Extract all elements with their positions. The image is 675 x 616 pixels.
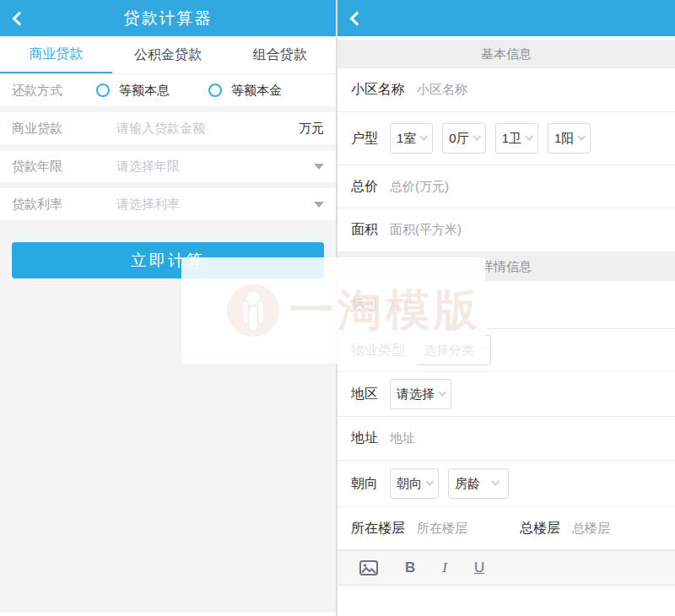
property-form-screen: 基本信息 小区名称 小区名称 户型 1室 0厅 1卫 1阳 bbox=[338, 0, 675, 616]
halls-select-value: 0厅 bbox=[449, 131, 468, 147]
property-type-row: 物业类型 选择分类 bbox=[338, 329, 675, 372]
tab-fund-loan[interactable]: 公积金贷款 bbox=[112, 36, 224, 73]
radio-icon bbox=[96, 84, 110, 97]
loan-amount-input[interactable]: 请输入贷款金额 bbox=[116, 121, 205, 137]
total-price-row: 总价 总价(万元) bbox=[338, 165, 675, 208]
halls-select[interactable]: 0厅 bbox=[442, 123, 485, 154]
chevron-down-icon bbox=[314, 202, 324, 208]
loan-years-select[interactable]: 请选择年限 bbox=[116, 159, 180, 175]
orientation-row: 朝向 朝向 房龄 bbox=[338, 461, 675, 507]
region-select[interactable]: 请选择 bbox=[390, 379, 451, 409]
left-appbar: 贷款计算器 bbox=[0, 0, 336, 36]
property-type-select-value: 选择分类 bbox=[424, 343, 474, 359]
loan-amount-unit: 万元 bbox=[299, 121, 324, 137]
chevron-down-icon bbox=[438, 387, 446, 396]
tab-commercial-loan[interactable]: 商业贷款 bbox=[0, 36, 112, 73]
editor-toolbar: B I U bbox=[338, 550, 675, 586]
chevron-down-icon bbox=[478, 343, 486, 352]
baths-select[interactable]: 1卫 bbox=[495, 123, 538, 154]
title-input[interactable]: 标题 bbox=[390, 297, 415, 313]
page-title: 贷款计算器 bbox=[124, 8, 213, 30]
floor-row: 所在楼层 所在楼层 总楼层 总楼层 bbox=[338, 507, 675, 550]
section-basic-info: 基本信息 bbox=[338, 40, 675, 68]
image-icon bbox=[359, 560, 378, 575]
title-row: 标题 标题 bbox=[338, 281, 675, 329]
loan-rate-row[interactable]: 贷款利率 请选择利率 bbox=[0, 188, 336, 220]
repayment-method-label: 还款方式 bbox=[12, 83, 96, 99]
property-type-select[interactable]: 选择分类 bbox=[417, 335, 491, 365]
current-floor-input[interactable]: 所在楼层 bbox=[417, 521, 467, 537]
balconies-select[interactable]: 1阳 bbox=[548, 123, 591, 154]
property-type-label: 物业类型 bbox=[351, 342, 405, 359]
left-footer-strip bbox=[0, 613, 336, 616]
loan-tabs: 商业贷款 公积金贷款 组合贷款 bbox=[0, 36, 336, 74]
balconies-select-value: 1阳 bbox=[554, 131, 574, 147]
underline-button[interactable]: U bbox=[474, 559, 484, 576]
rooms-select[interactable]: 1室 bbox=[390, 123, 433, 154]
region-select-value: 请选择 bbox=[397, 386, 435, 403]
loan-calculator-screen: 贷款计算器 商业贷款 公积金贷款 组合贷款 还款方式 等额本息 等额本金 商业贷… bbox=[0, 0, 336, 616]
radio-equal-installment-label: 等额本息 bbox=[119, 83, 170, 99]
address-label: 地址 bbox=[351, 430, 378, 447]
radio-equal-installment[interactable]: 等额本息 bbox=[96, 83, 170, 99]
tab-combined-loan[interactable]: 组合贷款 bbox=[224, 36, 336, 73]
radio-equal-principal[interactable]: 等额本金 bbox=[208, 83, 282, 99]
loan-amount-row: 商业贷款 请输入贷款金额 万元 bbox=[0, 112, 336, 144]
total-price-input[interactable]: 总价(万元) bbox=[390, 179, 449, 195]
house-age-select[interactable]: 房龄 bbox=[448, 468, 509, 499]
loan-rate-select[interactable]: 请选择利率 bbox=[116, 197, 180, 213]
back-chevron-icon bbox=[350, 11, 364, 25]
unit-layout-label: 户型 bbox=[351, 130, 378, 148]
area-row: 面积 面积(平方米) bbox=[338, 208, 675, 252]
area-input[interactable]: 面积(平方米) bbox=[390, 222, 462, 238]
region-row: 地区 请选择 bbox=[338, 372, 675, 417]
address-row: 地址 地址 bbox=[338, 417, 675, 461]
chevron-down-icon bbox=[491, 477, 500, 485]
radio-icon bbox=[208, 84, 222, 97]
community-name-input[interactable]: 小区名称 bbox=[417, 82, 467, 98]
right-appbar bbox=[338, 0, 675, 36]
unit-layout-row: 户型 1室 0厅 1卫 1阳 bbox=[338, 112, 675, 165]
repayment-method-row: 还款方式 等额本息 等额本金 bbox=[0, 74, 336, 106]
address-input[interactable]: 地址 bbox=[390, 430, 415, 446]
chevron-down-icon bbox=[472, 132, 481, 140]
chevron-down-icon bbox=[420, 132, 429, 140]
house-age-select-value: 房龄 bbox=[455, 476, 480, 492]
orientation-label: 朝向 bbox=[351, 475, 378, 493]
area-label: 面积 bbox=[351, 221, 378, 239]
loan-rate-label: 贷款利率 bbox=[12, 197, 96, 213]
left-bottom-area: 立即计算 bbox=[0, 226, 336, 613]
loan-years-label: 贷款年限 bbox=[12, 159, 96, 175]
rooms-select-value: 1室 bbox=[397, 131, 416, 147]
total-floor-input[interactable]: 总楼层 bbox=[572, 521, 610, 537]
orientation-select[interactable]: 朝向 bbox=[390, 468, 439, 499]
section-detail-info: 详情信息 bbox=[338, 252, 675, 281]
chevron-down-icon bbox=[314, 164, 324, 170]
baths-select-value: 1卫 bbox=[502, 131, 521, 147]
region-label: 地区 bbox=[351, 386, 378, 403]
loan-amount-label: 商业贷款 bbox=[12, 121, 96, 137]
title-label: 标题 bbox=[351, 296, 378, 314]
bold-button[interactable]: B bbox=[405, 559, 415, 576]
screenshot-stage: 贷款计算器 商业贷款 公积金贷款 组合贷款 还款方式 等额本息 等额本金 商业贷… bbox=[0, 0, 675, 616]
radio-equal-principal-label: 等额本金 bbox=[231, 83, 282, 99]
total-floor-label: 总楼层 bbox=[520, 520, 560, 538]
chevron-down-icon bbox=[525, 132, 533, 140]
insert-image-button[interactable] bbox=[359, 560, 378, 575]
italic-button[interactable]: I bbox=[442, 559, 447, 576]
community-name-label: 小区名称 bbox=[351, 81, 405, 99]
chevron-down-icon bbox=[578, 132, 586, 140]
back-button[interactable] bbox=[349, 0, 375, 36]
total-price-label: 总价 bbox=[351, 178, 378, 196]
calculate-button[interactable]: 立即计算 bbox=[12, 242, 324, 278]
orientation-select-value: 朝向 bbox=[397, 476, 422, 492]
chevron-down-icon bbox=[425, 477, 434, 485]
loan-years-row[interactable]: 贷款年限 请选择年限 bbox=[0, 150, 336, 182]
current-floor-label: 所在楼层 bbox=[351, 520, 405, 538]
back-chevron-icon bbox=[13, 11, 27, 25]
back-button[interactable] bbox=[12, 0, 37, 36]
community-name-row: 小区名称 小区名称 bbox=[338, 68, 675, 112]
